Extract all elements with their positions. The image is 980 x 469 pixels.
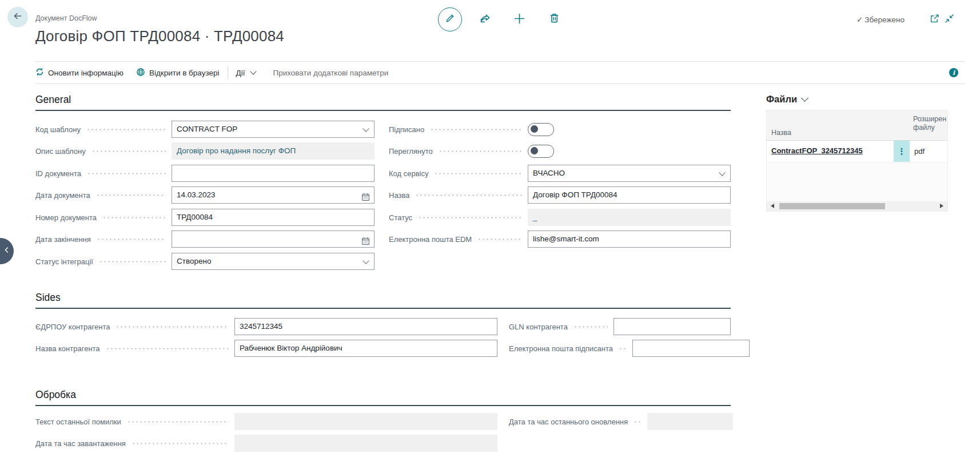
- scroll-left-arrow[interactable]: [771, 204, 774, 208]
- share-button[interactable]: [478, 13, 492, 26]
- collapse-icon: [945, 14, 954, 26]
- field-data-zavantazhennia: Дата та час завантаження: [35, 435, 497, 452]
- factbox-title-label: Файли: [766, 94, 797, 105]
- nazva-input[interactable]: Договір ФОП ТРД00084: [528, 186, 731, 204]
- globe-icon: [136, 67, 145, 78]
- kod-servisu-select[interactable]: ВЧАСНО: [528, 165, 731, 182]
- data-zavantazhennia-field: [234, 435, 497, 452]
- expand-side-panel-button[interactable]: [0, 238, 14, 264]
- ellipsis-vertical-icon: ⋮: [898, 146, 906, 157]
- field-id-dokumenta: ID документа: [35, 165, 375, 182]
- open-in-browser-button[interactable]: Відкрити в браузері: [136, 67, 220, 78]
- calendar-icon[interactable]: [361, 235, 370, 248]
- field-kod-shablonu: Код шаблону CONTRACT FOP: [35, 121, 375, 138]
- files-table: Назва Розширенн файлу ContractFOP_324571…: [766, 110, 948, 212]
- field-pidpysano: Підписано: [389, 121, 731, 138]
- save-status-label: Збережено: [865, 15, 905, 24]
- horizontal-scrollbar[interactable]: [767, 201, 947, 211]
- field-data-zakinchennia: Дата закінчення: [35, 230, 375, 248]
- data-zakinchennia-input[interactable]: [172, 230, 375, 248]
- scrollbar-thumb[interactable]: [779, 203, 885, 209]
- field-nomer-dokumenta: Номер документа ТРД00084: [35, 209, 375, 226]
- back-button[interactable]: [7, 7, 28, 27]
- column-header-name[interactable]: Назва: [771, 129, 791, 137]
- field-nazva: Назва Договір ФОП ТРД00084: [389, 186, 731, 204]
- file-row[interactable]: ContractFOP_3245712345 ⋮ pdf: [767, 141, 947, 163]
- collapse-button[interactable]: [943, 14, 955, 25]
- field-kod-servisu: Код сервісу ВЧАСНО: [389, 165, 731, 182]
- file-extension: pdf: [914, 147, 925, 156]
- email-pidpysanta-input[interactable]: [632, 340, 750, 357]
- perehlianuto-toggle[interactable]: [528, 145, 554, 158]
- section-sides-header: Sides: [35, 292, 731, 309]
- email-edm-input[interactable]: lishe@smart-it.com: [528, 230, 731, 248]
- chevron-left-icon: [3, 246, 11, 256]
- kod-shablonu-select[interactable]: CONTRACT FOP: [172, 121, 375, 138]
- edrpou-input[interactable]: 3245712345: [234, 318, 497, 335]
- page-title: Договір ФОП ТРД00084 · ТРД00084: [35, 27, 284, 45]
- id-dokumenta-input[interactable]: [172, 165, 375, 182]
- chevron-down-icon: [250, 68, 257, 74]
- hide-extra-params-label: Приховати додаткові параметри: [273, 69, 388, 77]
- pidpysano-toggle[interactable]: [528, 123, 554, 136]
- status-intehratsii-select[interactable]: Створено: [172, 253, 375, 270]
- breadcrumb[interactable]: Документ DocFlow: [35, 14, 97, 22]
- info-button[interactable]: i: [949, 68, 958, 77]
- field-email-pidpysanta: Електронна пошта підписанта: [509, 340, 731, 357]
- field-gln: GLN контрагента: [509, 318, 731, 335]
- plus-icon: [514, 13, 525, 26]
- row-options-button[interactable]: ⋮: [894, 141, 910, 162]
- scroll-right-arrow[interactable]: [940, 204, 943, 208]
- chevron-down-icon: [362, 257, 369, 264]
- back-arrow-icon: [13, 11, 23, 23]
- nomer-dokumenta-input[interactable]: ТРД00084: [172, 209, 375, 226]
- file-link[interactable]: ContractFOP_3245712345: [771, 146, 863, 155]
- gln-input[interactable]: [614, 318, 731, 335]
- opys-shablonu-field: Договір про надання послуг ФОП: [172, 142, 375, 160]
- field-data-onovlennia: Дата та час останнього оновлення: [509, 413, 731, 430]
- actions-label: Дії: [236, 69, 245, 77]
- nazva-kontrahenta-input[interactable]: Рабченюк Віктор Андрійович: [234, 340, 497, 357]
- actions-menu-button[interactable]: Дії: [236, 69, 256, 77]
- factbox-files-header[interactable]: Файли: [766, 94, 807, 105]
- status-field: _: [528, 209, 731, 226]
- trash-icon: [549, 13, 560, 26]
- section-general-title: General: [35, 94, 731, 106]
- open-in-new-window-button[interactable]: [929, 14, 940, 25]
- field-perehlianuto: Переглянуто: [389, 142, 731, 160]
- field-status-intehratsii: Статус інтеграції Створено: [35, 253, 375, 270]
- hide-extra-params-button[interactable]: Приховати додаткові параметри: [273, 69, 388, 77]
- check-icon: ✓: [856, 15, 863, 24]
- field-opys-shablonu: Опис шаблону Договір про надання послуг …: [35, 142, 375, 160]
- data-onovlennia-field: [647, 413, 733, 430]
- toggle-knob: [531, 125, 538, 133]
- data-dokumenta-input[interactable]: 14.03.2023: [172, 186, 375, 204]
- refresh-label: Оновити інформацію: [48, 69, 124, 77]
- share-icon: [479, 13, 491, 27]
- section-obrobka-header: Обробка: [35, 389, 731, 406]
- column-header-extension[interactable]: Розширенн файлу: [913, 115, 946, 132]
- field-nazva-kontrahenta: Назва контрагента Рабченюк Віктор Андрій…: [35, 340, 497, 357]
- popout-icon: [930, 14, 939, 26]
- section-sides-rule: [35, 308, 731, 309]
- delete-button[interactable]: [548, 13, 560, 25]
- section-general-rule: [35, 110, 731, 111]
- field-email-edm: Електронна пошта EDM lishe@smart-it.com: [389, 230, 731, 248]
- chevron-down-icon: [801, 94, 808, 102]
- section-obrobka-rule: [35, 405, 731, 406]
- calendar-icon[interactable]: [361, 191, 370, 204]
- edit-button[interactable]: [438, 7, 462, 31]
- field-tekst-pomylky: Текст останньої помилки: [35, 413, 497, 430]
- refresh-icon: [35, 67, 44, 78]
- action-bar: Оновити інформацію Відкрити в браузері Д…: [35, 61, 965, 84]
- chevron-down-icon: [719, 169, 725, 176]
- save-status: ✓ Збережено: [856, 15, 905, 24]
- files-table-header: Назва Розширенн файлу: [767, 110, 947, 141]
- new-button[interactable]: [513, 14, 525, 25]
- section-obrobka-title: Обробка: [35, 389, 731, 401]
- section-sides-title: Sides: [35, 292, 731, 304]
- open-in-browser-label: Відкрити в браузері: [149, 69, 220, 77]
- refresh-info-button[interactable]: Оновити інформацію: [35, 67, 124, 78]
- field-data-dokumenta: Дата документа 14.03.2023: [35, 186, 375, 204]
- docflow-document-page: Документ DocFlow Договір ФОП ТРД00084 · …: [0, 0, 980, 469]
